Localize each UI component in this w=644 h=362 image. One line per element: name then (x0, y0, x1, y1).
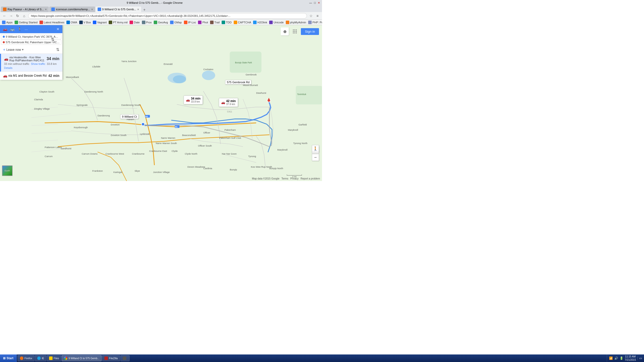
destination-dot (3, 41, 5, 43)
svg-text:Dandenong: Dandenong (98, 114, 110, 117)
zoom-out-btn[interactable]: − (312, 154, 319, 161)
alt-route-option[interactable]: 🚗 via M1 and Bessie Creek Rd 42 min (0, 72, 62, 80)
bookmark-icon-trail (210, 21, 214, 24)
google-apps-btn[interactable] (291, 27, 299, 35)
bookmark-phpmyadmin[interactable]: phpMyAdmin (286, 21, 306, 24)
map-background[interactable]: Mooroolbark Lilydale Yarra Junction Emer… (0, 25, 322, 181)
bookmark-prox[interactable]: Prox (142, 21, 152, 24)
bookmark-apps[interactable]: Apps (2, 21, 13, 24)
home-btn[interactable]: ⌂ (22, 13, 27, 18)
bookmark-vagrant[interactable]: Vagrant (93, 21, 107, 24)
maximize-btn[interactable]: □ (314, 1, 316, 4)
bookmark-star[interactable]: ☆ (308, 13, 313, 18)
bookmark-owa[interactable]: OWA (66, 21, 77, 24)
svg-text:Officer: Officer (203, 131, 210, 134)
callout-alt-distance: 37.6 km (226, 103, 236, 106)
bookmark-gmap[interactable]: GMap (170, 21, 182, 24)
tab-close-0[interactable]: ✕ (45, 8, 47, 11)
report-problem-link[interactable]: Report a problem (301, 177, 320, 180)
svg-text:Doveton: Doveton (111, 123, 119, 126)
svg-text:Karingal: Karingal (113, 171, 122, 173)
bookmark-captcha[interactable]: CAPTCHA (234, 21, 251, 24)
tab-0[interactable]: Ray Paseur – A Library of S... ✕ (1, 7, 49, 12)
minimize-btn[interactable]: — (309, 1, 312, 4)
svg-text:Clyde North: Clyde North (185, 152, 197, 155)
svg-text:Beaconsfield: Beaconsfield (182, 134, 196, 137)
svg-text:Lilydale: Lilydale (92, 65, 100, 68)
bookmark-label-prox: Prox (146, 21, 152, 24)
sign-in-button[interactable]: Sign in (301, 28, 319, 35)
forward-btn[interactable]: → (9, 13, 14, 18)
tab-close-2[interactable]: ✕ (137, 8, 139, 11)
back-btn[interactable]: ← (2, 13, 7, 18)
bookmark-vbox[interactable]: V Box (79, 21, 91, 24)
svg-text:Clyde: Clyde (172, 150, 178, 152)
pegman-btn[interactable]: 🚶 (312, 145, 319, 152)
svg-point-72 (296, 31, 297, 32)
svg-text:Doveton South: Doveton South (111, 134, 126, 137)
bookmark-label-iploc: IP-Loc (188, 21, 196, 24)
svg-text:Tynong North: Tynong North (293, 142, 307, 145)
tab-2[interactable]: 9 Willand Ct to 575 Gemb... ✕ (96, 7, 141, 12)
svg-text:Carrum: Carrum (45, 155, 53, 158)
bookmark-icon-tdd (222, 21, 225, 24)
my-location-btn[interactable]: ⊕ (281, 27, 289, 35)
mode-walk-btn[interactable]: 🚶 (16, 26, 23, 32)
swap-directions-btn[interactable]: ⇅ (51, 37, 54, 42)
bookmark-ptarmy[interactable]: PT Army.mil (109, 21, 128, 24)
without-traffic-text: 33 min without traffic (4, 62, 29, 65)
svg-text:Clayton South: Clayton South (39, 90, 54, 93)
bookmark-phot[interactable]: Phot (198, 21, 208, 24)
svg-text:Nar Nar Goon: Nar Nar Goon (222, 152, 237, 155)
show-traffic-link[interactable]: Show traffic (31, 62, 45, 65)
bookmark-icon-vbox (79, 21, 83, 24)
tab-1[interactable]: iconnoun.com/demo/temp... ✕ (49, 7, 95, 12)
privacy-link[interactable]: Privacy (290, 177, 299, 180)
bookmark-unicode[interactable]: Unicode (269, 21, 284, 24)
leave-now-btn[interactable]: Leave now ▼ (6, 48, 24, 52)
tab-close-1[interactable]: ✕ (91, 8, 93, 11)
bookmark-icon-phppredef (308, 21, 312, 24)
svg-text:Koo Wee Rup North: Koo Wee Rup North (251, 165, 272, 168)
bookmark-label-phot: Phot (202, 21, 208, 24)
bookmark-tdd[interactable]: TDD (222, 21, 232, 24)
bookmark-label-vbox: V Box (84, 21, 91, 24)
reverse-route-btn[interactable]: ⇅ (56, 47, 59, 52)
reload-btn[interactable]: ↻ (15, 13, 20, 18)
bookmark-label-h2olink: H2Olink (257, 21, 267, 24)
pegman-icon: 🚶 (313, 146, 318, 151)
primary-route-callout[interactable]: 🚗 34 min 33.8 km (184, 96, 203, 104)
bookmark-getting-started[interactable]: Getting Started (15, 21, 37, 24)
close-btn[interactable]: ✕ (318, 1, 320, 5)
mode-more-btn[interactable]: ··· (23, 26, 29, 32)
earth-thumbnail-btn[interactable]: Earth (2, 165, 13, 176)
bookmark-iploc[interactable]: IP-Loc (184, 21, 196, 24)
route-via-text: via Healesville - Koo Wee Rup Rd/Pakenha… (9, 56, 47, 62)
details-link[interactable]: Details (4, 66, 59, 69)
callout-time: 34 min (191, 97, 200, 100)
terms-link[interactable]: Terms (281, 177, 288, 180)
svg-text:M1: M1 (175, 126, 178, 128)
route-option-header: 🚗 via Healesville - Koo Wee Rup Rd/Paken… (4, 56, 59, 62)
callout-text: 34 min 33.8 km (191, 97, 200, 103)
bookmark-h2olink[interactable]: H2Olink (253, 21, 267, 24)
new-tab-btn[interactable]: + (142, 8, 147, 12)
bookmark-phppredef[interactable]: PHP: Predefined Co... (308, 21, 322, 24)
mode-car-btn[interactable]: 🚗 (2, 26, 9, 32)
bookmark-icon-apps (2, 21, 6, 24)
mode-transit-btn[interactable]: 🚌 (9, 26, 16, 32)
bookmark-date[interactable]: Date (130, 21, 140, 24)
primary-route-option[interactable]: 🚗 via Healesville - Koo Wee Rup Rd/Paken… (0, 54, 62, 72)
bookmark-trail[interactable]: Trail (210, 21, 220, 24)
svg-point-67 (293, 29, 294, 30)
primary-route-time: 34 min (47, 57, 59, 61)
content-area: Mooroolbark Lilydale Yarra Junction Emer… (0, 25, 322, 181)
bookmark-geoavg[interactable]: GeoAvg (154, 21, 168, 24)
alt-route-callout[interactable]: 🚗 42 min 37.6 km (219, 98, 238, 107)
bookmark-icon-h2olink (253, 21, 257, 24)
address-bar[interactable]: https://www.google.com/maps/dir/9+Willan… (28, 13, 307, 19)
panel-close-btn[interactable]: ✕ (55, 26, 61, 32)
bookmark-headlines[interactable]: Latest Headlines (39, 21, 64, 24)
settings-btn[interactable]: ≡ (315, 13, 320, 18)
callout-distance: 33.8 km (191, 100, 200, 103)
